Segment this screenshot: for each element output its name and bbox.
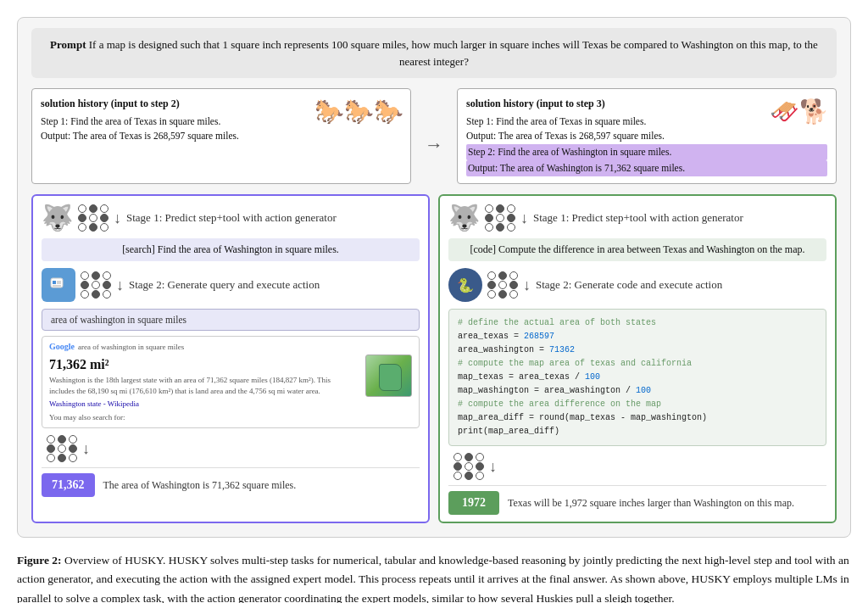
net-node	[47, 444, 55, 453]
horse-icon-1: 🐎🐎🐎	[314, 94, 403, 130]
code-line-6: map_washington = area_washington / 100	[458, 386, 651, 395]
net-node	[58, 444, 66, 453]
history-step3-line2: Output: The area of Texas is 268,597 squ…	[466, 129, 827, 143]
python-icon: 🐍	[448, 268, 482, 302]
google-bar: Google area of washington in square mile…	[49, 342, 412, 351]
net-node	[69, 435, 77, 444]
also-searched: You may also search for:	[49, 412, 357, 423]
net-node	[81, 290, 89, 299]
net-node	[69, 444, 77, 453]
right-result-text: Texas will be 1,972 square inches larger…	[508, 497, 794, 510]
code-line-8: map_area_diff = round(map_texas - map_wa…	[458, 413, 707, 422]
google-logo: Google	[49, 342, 75, 351]
right-husky-icon: 🐺	[448, 205, 480, 231]
net-node	[465, 453, 473, 461]
code-line-5: map_texas = area_texas / 100	[458, 372, 600, 382]
code-line-9: print(map_area_diff)	[458, 427, 559, 436]
left-husky-icon: 🐺	[42, 205, 73, 231]
history-step3-line4: Output: The area of Washington is 71,362…	[466, 160, 827, 176]
history-arrow: →	[421, 105, 447, 184]
net-node	[507, 223, 515, 232]
left-stage2-row: ↓ Stage 2: Generate query and execute ac…	[42, 268, 420, 302]
net-node	[498, 281, 507, 289]
map-image	[365, 355, 412, 397]
right-bottom-arrow-row: ↓	[448, 453, 826, 480]
left-panel: 🐺	[31, 194, 430, 523]
code-line-7: # compute the area difference on the map	[458, 399, 661, 409]
right-arrow-down-3: ↓	[489, 458, 497, 476]
net-node	[89, 204, 97, 213]
net-node	[78, 214, 86, 222]
left-result-text: The area of Washington is 71,362 square …	[103, 479, 297, 492]
net-node	[485, 204, 493, 213]
net-node	[509, 271, 518, 280]
history-row: solution history (input to step 2) 🐎🐎🐎 S…	[31, 88, 837, 184]
right-result-row: 1972 Texas will be 1,972 square inches l…	[448, 485, 826, 515]
net-node	[89, 214, 97, 222]
net-node	[509, 281, 518, 289]
net-node	[78, 223, 86, 232]
right-stage2-row: 🐍	[448, 268, 826, 302]
search-query-display: area of washington in square miles	[42, 309, 420, 331]
left-network-2	[81, 271, 111, 299]
code-line-1: # define the actual area of both states	[458, 318, 656, 327]
right-network	[485, 204, 515, 232]
net-node	[465, 462, 473, 471]
net-node	[496, 223, 504, 232]
prompt-text: If a map is designed such that 1 square …	[89, 38, 818, 68]
net-node	[103, 290, 111, 299]
left-result-row: 71,362 The area of Washington is 71,362 …	[42, 467, 420, 497]
net-node	[81, 281, 89, 289]
net-node	[465, 472, 473, 480]
net-node	[485, 223, 493, 232]
net-node	[58, 435, 66, 444]
wiki-link: Washington state - Wikipedia	[49, 399, 357, 410]
net-node	[507, 204, 515, 213]
left-action-box: [search] Find the area of Washington in …	[42, 238, 420, 261]
net-node	[92, 290, 100, 299]
net-node	[496, 204, 504, 213]
net-node	[485, 214, 493, 222]
left-network-3	[47, 435, 77, 462]
code-line-3: area_washington = 71362	[458, 345, 575, 355]
net-node	[100, 204, 108, 213]
history-step3-box: solution history (input to step 3) 🛷🐕 St…	[457, 88, 837, 184]
history-step3-line3: Step 2: Find the area of Washington in s…	[466, 144, 827, 160]
left-stage2-label: Stage 2: Generate query and execute acti…	[129, 278, 420, 292]
net-node	[92, 281, 100, 289]
right-stage2-label: Stage 2: Generate code and execute actio…	[536, 278, 826, 292]
left-result-badge: 71,362	[42, 473, 95, 497]
horse-icon-2: 🛷🐕	[770, 94, 829, 130]
net-node	[47, 454, 55, 462]
right-arrow-down-1: ↓	[520, 209, 528, 227]
net-node	[498, 290, 507, 299]
net-node	[89, 223, 97, 232]
result-text-block: 71,362 mi² Washington is the 18th larges…	[49, 355, 357, 422]
area-result-value: 71,362 mi²	[49, 357, 357, 372]
net-node	[103, 281, 111, 289]
history-step2-line2: Output: The area of Texas is 268,597 squ…	[41, 129, 402, 143]
svg-rect-1	[53, 281, 56, 284]
left-network	[78, 204, 108, 232]
right-stage1-row: 🐺	[448, 204, 826, 232]
left-stage1-row: 🐺	[42, 204, 420, 232]
left-stage1-label: Stage 1: Predict step+tool with action g…	[126, 211, 420, 225]
net-node	[476, 462, 484, 471]
net-node	[476, 453, 484, 461]
figure-label: Figure 2:	[17, 554, 62, 567]
net-node	[496, 214, 504, 222]
figure-text: Overview of HUSKY. HUSKY solves multi-st…	[17, 554, 849, 603]
net-node	[487, 290, 496, 299]
net-node	[476, 472, 484, 480]
prompt-label: Prompt	[50, 38, 86, 51]
code-line-4: # compute the map area of texas and cali…	[458, 359, 692, 368]
right-result-badge: 1972	[448, 491, 499, 515]
main-container: Prompt If a map is designed such that 1 …	[17, 17, 851, 538]
net-node	[69, 454, 77, 462]
left-arrow-down-3: ↓	[82, 440, 90, 458]
net-node	[100, 214, 108, 222]
net-node	[78, 204, 86, 213]
net-node	[58, 454, 66, 462]
net-node	[487, 271, 496, 280]
net-node	[487, 281, 496, 289]
